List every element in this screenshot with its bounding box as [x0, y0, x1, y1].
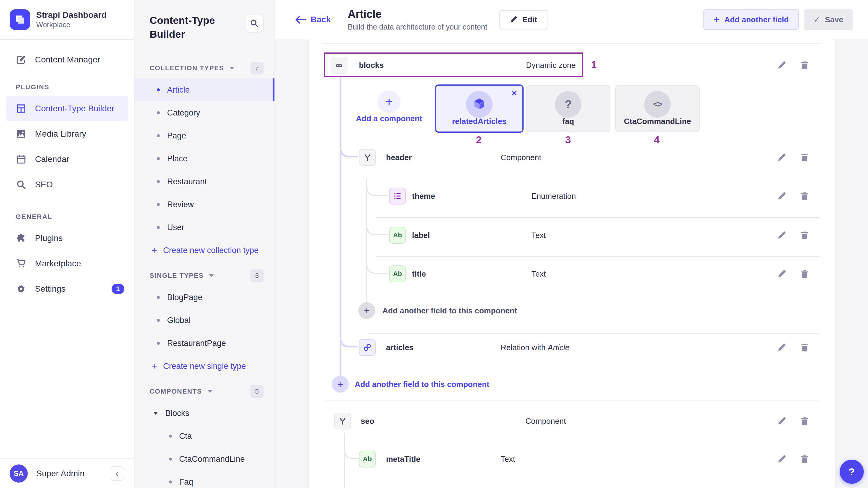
subnav-item-faq[interactable]: Faq: [134, 470, 275, 488]
workspace-brand[interactable]: Strapi Dashboard Workplace: [0, 0, 134, 40]
create-collection-type-link[interactable]: +Create new collection type: [134, 239, 275, 262]
field-row-metatitle[interactable]: Ab metaTitle Text: [309, 443, 835, 475]
user-bar: SA Super Admin ‹: [0, 458, 134, 488]
close-icon[interactable]: ×: [511, 87, 517, 99]
add-component-label[interactable]: Add a component: [335, 114, 443, 123]
component-chip-faq[interactable]: ? faq: [526, 85, 611, 132]
delete-field-icon[interactable]: [800, 153, 809, 162]
edit-button[interactable]: Edit: [499, 10, 548, 29]
bullet-icon: [157, 342, 160, 345]
add-field-to-component-button[interactable]: +: [358, 302, 375, 319]
subnav-item-category[interactable]: Category: [134, 101, 275, 124]
sidebar-item-content-manager[interactable]: Content Manager: [0, 47, 134, 72]
component-category-blocks[interactable]: Blocks: [134, 402, 275, 425]
field-name: blocks: [359, 61, 384, 70]
add-field-to-component-label[interactable]: Add another field to this component: [382, 306, 517, 315]
gear-icon: [16, 283, 27, 294]
edit-field-icon[interactable]: [777, 343, 786, 352]
help-button[interactable]: ?: [840, 460, 864, 484]
sidebar-item-content-type-builder[interactable]: Content-Type Builder: [6, 96, 128, 121]
field-row-label[interactable]: Ab label Text: [309, 219, 835, 251]
delete-field-icon[interactable]: [800, 454, 809, 464]
sidebar-item-label: Content Manager: [35, 55, 100, 65]
content-type-builder-subnav: Content-Type Builder COLLECTION TYPES 7 …: [134, 0, 275, 488]
delete-field-icon[interactable]: [800, 269, 809, 279]
field-row-seo[interactable]: seo Component: [309, 405, 835, 437]
subnav-item-page[interactable]: Page: [134, 124, 275, 147]
single-types-header[interactable]: SINGLE TYPES 3: [134, 266, 275, 286]
edit-field-icon[interactable]: [777, 191, 786, 201]
edit-field-icon[interactable]: [777, 416, 786, 426]
create-single-type-link[interactable]: +Create new single type: [134, 355, 275, 377]
collection-types-label: COLLECTION TYPES: [150, 64, 224, 72]
subnav-item-cta[interactable]: Cta: [134, 425, 275, 448]
sidebar-item-label: Calendar: [35, 154, 69, 164]
field-name: label: [412, 231, 430, 240]
collapse-sidebar-button[interactable]: ‹: [110, 466, 124, 481]
search-button[interactable]: [245, 14, 264, 33]
search-icon: [16, 179, 27, 190]
add-component-button[interactable]: +: [378, 90, 401, 113]
main-sidebar: Strapi Dashboard Workplace Content Manag…: [0, 0, 134, 488]
subnav-item-global[interactable]: Global: [134, 309, 275, 332]
back-link[interactable]: Back: [295, 15, 331, 24]
delete-field-icon[interactable]: [800, 416, 809, 426]
field-row-title[interactable]: Ab title Text: [309, 257, 835, 290]
chevron-down-icon: [229, 67, 234, 70]
text-field-icon: Ab: [389, 266, 406, 282]
calendar-icon: [16, 154, 27, 165]
add-field-to-dynamic-zone-label[interactable]: Add another field to this component: [355, 380, 489, 389]
builder-content: ∞ blocks Dynamic zone 1 + Add a componen…: [275, 39, 868, 488]
relation-icon: [359, 339, 376, 356]
subnav-title: Content-Type Builder: [150, 13, 240, 41]
add-another-field-button[interactable]: + Add another field: [703, 9, 799, 30]
component-chip-ctacommandline[interactable]: <> CtaCommandLine: [615, 85, 700, 132]
subnav-item-review[interactable]: Review: [134, 193, 275, 216]
save-label: Save: [825, 15, 843, 24]
sidebar-item-media-library[interactable]: Media Library: [0, 121, 134, 147]
field-row-articles[interactable]: articles Relation with Article: [309, 331, 835, 364]
subnav-item-restaurant[interactable]: Restaurant: [134, 170, 275, 193]
edit-field-icon[interactable]: [777, 269, 786, 279]
field-row-header[interactable]: header Component: [309, 141, 835, 174]
avatar[interactable]: SA: [10, 464, 28, 483]
edit-field-icon[interactable]: [777, 231, 786, 240]
delete-field-icon[interactable]: [800, 231, 809, 240]
edit-field-icon[interactable]: [777, 454, 786, 464]
component-chip-label: faq: [527, 117, 610, 126]
question-icon: ?: [555, 91, 582, 118]
subnav-item-user[interactable]: User: [134, 216, 275, 239]
add-field-to-dynamic-zone-button[interactable]: +: [332, 376, 349, 393]
subnav-item-place[interactable]: Place: [134, 147, 275, 170]
user-name: Super Admin: [36, 469, 85, 478]
save-button[interactable]: ✓ Save: [804, 9, 853, 30]
sidebar-item-seo[interactable]: SEO: [0, 172, 134, 197]
subnav-item-blogpage[interactable]: BlogPage: [134, 286, 275, 309]
edit-field-icon[interactable]: [777, 60, 786, 70]
components-header[interactable]: COMPONENTS 5: [134, 381, 275, 402]
subnav-item-article[interactable]: Article: [134, 79, 275, 101]
sidebar-item-marketplace[interactable]: Marketplace: [0, 251, 134, 276]
code-icon: <>: [644, 91, 671, 118]
field-row-theme[interactable]: theme Enumeration: [309, 180, 835, 212]
subnav-item-ctacommandline[interactable]: CtaCommandLine: [134, 448, 275, 470]
field-type: Dynamic zone: [526, 61, 576, 70]
collection-types-header[interactable]: COLLECTION TYPES 7: [134, 58, 275, 79]
component-chip-relatedarticles[interactable]: × relatedArticles: [435, 85, 524, 133]
relation-target: Article: [548, 343, 569, 352]
subnav-item-label: Category: [167, 108, 200, 118]
sidebar-item-calendar[interactable]: Calendar: [0, 147, 134, 172]
delete-field-icon[interactable]: [800, 60, 809, 70]
bullet-icon: [157, 88, 160, 91]
delete-field-icon[interactable]: [800, 191, 809, 201]
single-types-label: SINGLE TYPES: [150, 272, 204, 280]
sidebar-item-settings[interactable]: Settings 1: [0, 276, 134, 302]
divider: [376, 217, 820, 218]
edit-field-icon[interactable]: [777, 153, 786, 162]
chevron-down-icon: [153, 412, 158, 415]
subnav-item-restaurantpage[interactable]: RestaurantPage: [134, 332, 275, 355]
field-row-blocks[interactable]: ∞ blocks Dynamic zone: [309, 49, 835, 82]
sidebar-item-plugins[interactable]: Plugins: [0, 225, 134, 251]
bullet-icon: [157, 296, 160, 299]
delete-field-icon[interactable]: [800, 343, 809, 352]
